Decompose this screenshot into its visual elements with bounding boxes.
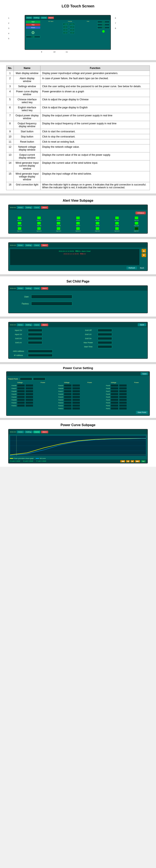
alert-detail-tab-alarm[interactable]: Alarm — [41, 244, 48, 247]
graph-nav-next[interactable]: ▶ — [130, 460, 134, 462]
pcs-p-input[interactable] — [26, 393, 33, 395]
pc-tab-home[interactable]: Home — [17, 431, 24, 433]
settings-tab-alarm[interactable]: Alarm — [41, 323, 48, 326]
pcs-p-input[interactable] — [119, 396, 127, 398]
settings-tab-setting[interactable]: Setting — [25, 323, 33, 326]
alert-tab-home[interactable]: Home — [17, 206, 24, 209]
pcs-v-input[interactable] — [17, 384, 25, 387]
pcs-p-input[interactable] — [119, 387, 127, 390]
pcs-v-input[interactable] — [17, 390, 25, 393]
stop-btn[interactable]: Stop — [26, 24, 40, 26]
pcs-p-input[interactable] — [72, 407, 80, 410]
lcd-tab-curve[interactable]: Curve — [41, 17, 47, 19]
pcs-p-input[interactable] — [72, 399, 80, 401]
pcs-p-input[interactable] — [26, 399, 33, 401]
set-tab-alarm[interactable]: Alarm — [41, 287, 48, 290]
settings-save-btn[interactable]: Save — [138, 323, 146, 326]
set-tab-home[interactable]: Home — [17, 287, 24, 290]
set-tab-setting[interactable]: Setting — [25, 287, 33, 290]
pcs-v-input[interactable] — [17, 401, 25, 404]
pcs-p-input[interactable] — [26, 401, 33, 404]
pcs-rated-voltage-input[interactable] — [20, 377, 32, 380]
pcs-p-input[interactable] — [119, 399, 127, 401]
sg-input-grid-ov[interactable] — [28, 337, 42, 340]
sg-input-input-uv[interactable] — [28, 333, 42, 336]
pcs-p-input[interactable] — [72, 396, 80, 398]
sg-input-grid-on[interactable] — [98, 337, 112, 340]
lcd-tab-home[interactable]: Home — [26, 17, 32, 19]
lcd-tab-alarm[interactable]: Alarm — [48, 17, 54, 19]
pcs-v-input[interactable] — [64, 390, 72, 393]
pcs-p-input[interactable] — [26, 384, 33, 387]
pcs-rated-power-input[interactable] — [33, 377, 45, 380]
graph-nav-first[interactable]: ◀◀ — [120, 460, 125, 462]
settings-tab-home[interactable]: Home — [17, 323, 24, 326]
refresh-btn[interactable]: Refresh — [126, 267, 137, 269]
pcs-p-input[interactable] — [72, 390, 80, 393]
pcs-v-input[interactable] — [17, 396, 25, 398]
user-input[interactable] — [31, 295, 72, 299]
sg-input-ams-addr[interactable] — [28, 350, 53, 353]
pcs-p-input[interactable] — [26, 396, 33, 398]
pc-tab-curve[interactable]: Curve — [33, 431, 40, 433]
pcs-p-input[interactable] — [119, 384, 127, 387]
pcs-v-input[interactable] — [64, 401, 72, 404]
pcs-v-input[interactable] — [111, 404, 119, 407]
pcs-p-input[interactable] — [119, 393, 127, 395]
pcs-p-input[interactable] — [72, 393, 80, 395]
sg-input-ip-addr[interactable] — [28, 354, 53, 357]
sg-input-start-time[interactable] — [98, 345, 112, 348]
set-tab-curve[interactable]: Curve — [33, 287, 40, 290]
pcs-p-input[interactable] — [119, 401, 127, 404]
alert-detail-tab-setting[interactable]: Setting — [25, 244, 33, 247]
alert-detail-tab-home[interactable]: Home — [17, 244, 24, 247]
pcs-v-input[interactable] — [111, 393, 119, 395]
pcs-p-input[interactable] — [72, 387, 80, 390]
sg-input-grid-uv2[interactable] — [98, 333, 112, 336]
pcs-v-input[interactable] — [111, 401, 119, 404]
nav-up-btn[interactable]: ▲ — [142, 249, 146, 252]
pcs-v-input[interactable] — [111, 407, 119, 410]
nav-down-btn[interactable]: ▼ — [142, 253, 146, 257]
pcs-v-input[interactable] — [64, 399, 72, 401]
pc-tab-setting[interactable]: Setting — [25, 431, 33, 433]
pcs-p-input[interactable] — [119, 390, 127, 393]
pcs-v-input[interactable] — [17, 404, 25, 407]
pcs-v-input[interactable] — [111, 399, 119, 401]
pcs-start-point-btn[interactable]: Start Point — [136, 411, 148, 414]
pcs-v-input[interactable] — [64, 384, 72, 387]
pcs-p-input[interactable] — [26, 387, 33, 390]
pcs-v-input[interactable] — [17, 387, 25, 390]
pcs-p-input[interactable] — [119, 404, 127, 407]
pcs-p-input[interactable] — [72, 384, 80, 387]
pcs-v-input[interactable] — [17, 393, 25, 395]
pcs-v-input[interactable] — [64, 387, 72, 390]
pcs-v-input[interactable] — [64, 404, 72, 407]
settings-tab-curve[interactable]: Curve — [33, 323, 40, 326]
pcs-v-input[interactable] — [17, 399, 25, 401]
pcs-v-input[interactable] — [64, 393, 72, 395]
sg-input-input-ov[interactable] — [28, 329, 42, 332]
pcs-v-input[interactable] — [111, 390, 119, 393]
pcs-v-input[interactable] — [64, 407, 72, 410]
pcs-v-input[interactable] — [111, 396, 119, 398]
lcd-tab-setting[interactable]: Setting — [33, 17, 40, 19]
pcs-v-input[interactable] — [64, 396, 72, 398]
pc-tab-alarm[interactable]: Alarm — [41, 431, 48, 433]
pcs-v-input[interactable] — [111, 384, 119, 387]
sg-input-grid-uv[interactable] — [28, 341, 42, 344]
alert-detail-tab-curve[interactable]: Curve — [33, 244, 40, 247]
alert-tab-curve[interactable]: Curve — [33, 206, 40, 209]
graph-nav-prev[interactable]: ◀ — [126, 460, 130, 462]
pcs-p-input[interactable] — [72, 404, 80, 407]
alert-tab-alarm[interactable]: Alarm — [41, 206, 48, 209]
pcs-p-input[interactable] — [26, 404, 33, 407]
graph-nav-last[interactable]: ▶▶ — [135, 460, 140, 462]
alert-tab-setting[interactable]: Setting — [25, 206, 33, 209]
pcs-save-btn[interactable]: Save — [141, 372, 148, 375]
sg-input-max-power[interactable] — [98, 341, 112, 344]
back-btn[interactable]: Back — [138, 267, 146, 269]
graph-set-btn[interactable]: Set — [141, 460, 146, 462]
al-status-btn[interactable]: AlStatus — [135, 212, 146, 214]
factory-input[interactable] — [31, 302, 72, 306]
